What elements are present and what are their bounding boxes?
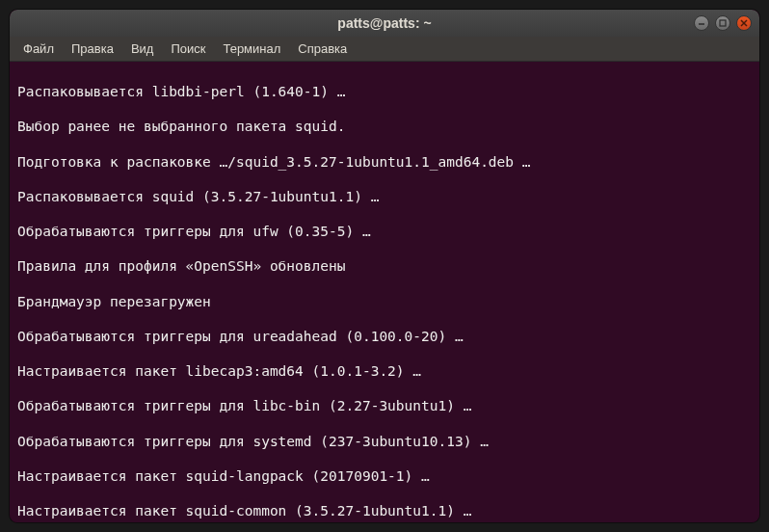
terminal-output[interactable]: Распаковывается libdbi-perl (1.640-1) … … <box>10 62 759 522</box>
output-line: Подготовка к распаковке …/squid_3.5.27-1… <box>17 153 752 171</box>
maximize-button[interactable] <box>715 15 730 31</box>
output-line: Обрабатываются триггеры для systemd (237… <box>17 433 752 450</box>
menu-view[interactable]: Вид <box>123 40 162 58</box>
minimize-button[interactable] <box>694 15 709 31</box>
close-button[interactable] <box>736 15 752 31</box>
output-line: Обрабатываются триггеры для libc-bin (2.… <box>17 397 752 414</box>
menu-edit[interactable]: Правка <box>64 40 121 58</box>
output-line: Правила для профиля «OpenSSH» обновлены <box>17 257 752 275</box>
output-line: Распаковывается libdbi-perl (1.640-1) … <box>17 83 752 100</box>
output-line: Выбор ранее не выбранного пакета squid. <box>17 118 752 135</box>
menu-terminal[interactable]: Терминал <box>215 40 288 58</box>
titlebar: patts@patts: ~ <box>10 10 759 37</box>
output-line: Обрабатываются триггеры для ufw (0.35-5)… <box>17 223 752 240</box>
output-line: Настраивается пакет squid-common (3.5.27… <box>17 502 752 519</box>
svg-rect-1 <box>720 20 726 26</box>
output-line: Настраивается пакет libecap3:amd64 (1.0.… <box>17 362 752 380</box>
menu-search[interactable]: Поиск <box>163 40 213 58</box>
terminal-window: patts@patts: ~ Файл Правка Вид Поиск Тер… <box>10 10 759 522</box>
menu-file[interactable]: Файл <box>15 40 62 58</box>
menubar: Файл Правка Вид Поиск Терминал Справка <box>10 37 759 62</box>
output-line: Распаковывается squid (3.5.27-1ubuntu1.1… <box>17 188 752 205</box>
window-title: patts@patts: ~ <box>337 15 431 31</box>
output-line: Брандмауэр перезагружен <box>17 293 752 310</box>
window-controls <box>694 15 752 31</box>
output-line: Настраивается пакет squid-langpack (2017… <box>17 467 752 485</box>
output-line: Обрабатываются триггеры для ureadahead (… <box>17 328 752 345</box>
menu-help[interactable]: Справка <box>290 40 355 58</box>
